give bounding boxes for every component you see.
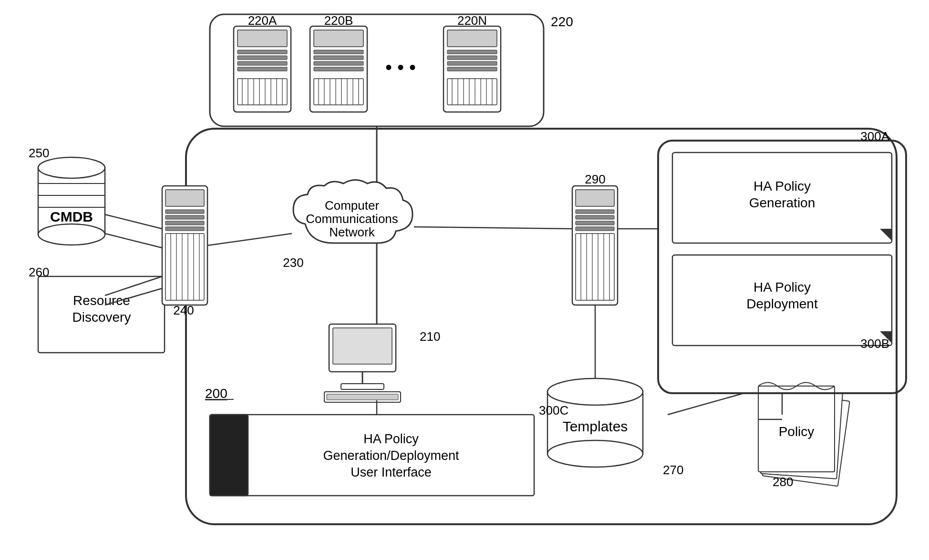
svg-rect-52 — [333, 328, 392, 364]
svg-line-97 — [414, 227, 572, 229]
svg-rect-18 — [314, 30, 363, 47]
label-210: 210 — [420, 329, 440, 344]
label-220n: 220N — [457, 13, 487, 28]
svg-line-83 — [207, 234, 292, 245]
svg-rect-67 — [165, 190, 204, 206]
svg-rect-56 — [327, 394, 398, 400]
label-220a: 220A — [248, 13, 277, 28]
svg-rect-37 — [447, 67, 497, 71]
label-250: 250 — [29, 146, 49, 160]
svg-rect-3 — [237, 30, 287, 47]
svg-rect-89 — [576, 227, 614, 231]
svg-rect-33 — [447, 30, 497, 47]
label-resource-discovery-2: Discovery — [72, 310, 131, 325]
svg-rect-88 — [576, 221, 614, 225]
svg-rect-71 — [165, 227, 204, 231]
svg-rect-5 — [237, 56, 287, 60]
label-260: 260 — [29, 265, 49, 279]
label-ui-1: HA Policy — [363, 432, 419, 446]
label-ha-gen-1: HA Policy — [754, 179, 811, 193]
svg-point-101 — [547, 440, 643, 467]
svg-line-79 — [105, 214, 162, 229]
label-300c: 300C — [539, 403, 568, 417]
label-policy: Policy — [779, 424, 815, 439]
label-270: 270 — [663, 463, 683, 477]
label-ha-dep-2: Deployment — [746, 296, 818, 311]
label-240: 240 — [173, 303, 194, 317]
label-280: 280 — [773, 475, 793, 489]
svg-rect-112 — [210, 415, 248, 496]
svg-text:Computer: Computer — [325, 198, 379, 213]
svg-rect-4 — [237, 50, 287, 54]
svg-rect-34 — [447, 50, 497, 54]
svg-text:Communications: Communications — [306, 212, 398, 226]
label-ui-2: Generation/Deployment — [323, 448, 459, 463]
svg-point-100 — [547, 378, 643, 405]
label-300a: 300A — [860, 129, 889, 143]
svg-rect-36 — [447, 61, 497, 65]
svg-rect-35 — [447, 56, 497, 60]
label-200: 200 — [205, 386, 227, 401]
svg-text:CMDB: CMDB — [50, 209, 93, 224]
svg-rect-86 — [576, 210, 614, 214]
svg-rect-54 — [341, 384, 384, 389]
svg-line-116 — [668, 393, 744, 415]
svg-rect-6 — [237, 61, 287, 65]
label-templates: Templates — [563, 418, 628, 434]
svg-rect-21 — [314, 61, 363, 65]
svg-rect-69 — [165, 215, 204, 219]
diagram-container: 220A 220B • • • — [0, 0, 929, 560]
label-220b: 220B — [324, 13, 353, 28]
svg-rect-87 — [576, 215, 614, 219]
svg-rect-19 — [314, 50, 363, 54]
dots: • • • — [385, 57, 416, 78]
svg-rect-22 — [314, 67, 363, 71]
svg-text:Network: Network — [329, 225, 375, 239]
label-ha-dep-1: HA Policy — [754, 280, 811, 295]
label-300b: 300B — [860, 336, 889, 351]
label-290: 290 — [585, 172, 605, 186]
label-220: 220 — [551, 14, 573, 29]
svg-line-80 — [105, 234, 162, 248]
label-230: 230 — [283, 255, 303, 270]
svg-rect-85 — [576, 190, 614, 206]
svg-point-59 — [38, 157, 105, 178]
svg-rect-70 — [165, 221, 204, 225]
svg-point-63 — [38, 224, 105, 245]
svg-rect-20 — [314, 56, 363, 60]
label-ha-gen-2: Generation — [749, 195, 815, 210]
svg-rect-68 — [165, 210, 204, 214]
label-ui-3: User Interface — [351, 465, 432, 479]
svg-rect-7 — [237, 67, 287, 71]
